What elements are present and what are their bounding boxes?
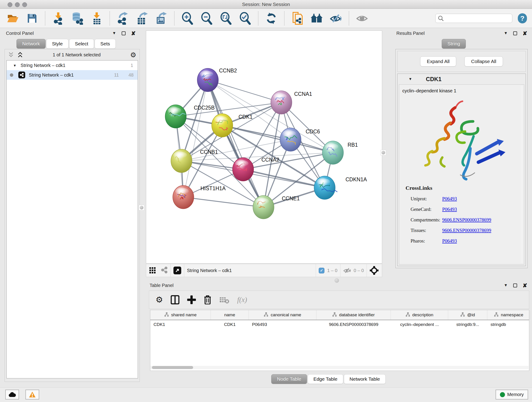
control-panel-float-icon[interactable]	[122, 32, 126, 35]
first-neighbors-home-icon[interactable]	[309, 11, 324, 26]
column-header-name[interactable]: name	[211, 310, 249, 320]
crosslink-link[interactable]: 9606.ENSP00000378699	[442, 217, 491, 223]
function-builder-icon[interactable]: f(x)	[237, 296, 247, 304]
network-node-CCNA1[interactable]	[271, 91, 292, 114]
network-node-CCNB1[interactable]	[171, 149, 192, 172]
zoom-out-icon[interactable]	[199, 11, 214, 26]
table-cell[interactable]: CDK1	[150, 322, 211, 327]
results-panel-float-icon[interactable]	[513, 32, 517, 35]
network-edge-CCNB2-CCNA1[interactable]	[208, 80, 281, 102]
network-edge-CCNA1-CDC25B[interactable]	[176, 102, 281, 116]
expand-all-chevron-icon[interactable]	[17, 52, 23, 58]
table-cell[interactable]: stringdb	[487, 322, 530, 327]
export-table-icon[interactable]	[135, 11, 149, 26]
memory-button[interactable]: Memory	[496, 390, 528, 400]
save-session-icon[interactable]	[25, 11, 39, 26]
window-minimize-icon[interactable]	[15, 2, 20, 7]
import-table-file-icon[interactable]	[89, 11, 104, 26]
hide-selected-eye-slash-icon[interactable]	[329, 11, 343, 26]
add-column-plus-icon[interactable]	[187, 295, 196, 304]
table-row[interactable]: CDK1CDK1P064939606.ENSP00000378699cyclin…	[150, 320, 529, 329]
refresh-icon[interactable]	[264, 11, 279, 26]
tab-edge-table[interactable]: Edge Table	[308, 374, 343, 384]
import-network-file-icon[interactable]	[51, 11, 65, 26]
column-header-canonical-name[interactable]: canonical name	[249, 310, 317, 320]
expand-all-button[interactable]: Expand All	[420, 56, 456, 66]
network-row-selected[interactable]: String Network – cdk1 11 48	[7, 70, 138, 80]
column-header-@id[interactable]: @id	[448, 310, 487, 320]
zoom-in-icon[interactable]	[180, 11, 195, 26]
window-zoom-icon[interactable]	[22, 2, 27, 7]
network-node-CDK1[interactable]	[212, 114, 233, 137]
collection-expand-icon[interactable]: ▼	[13, 64, 17, 67]
tab-select[interactable]: Select	[69, 39, 94, 49]
table-panel-close-icon[interactable]: ✘	[523, 283, 527, 287]
table-cell[interactable]: P06493	[249, 322, 317, 327]
tab-network-table[interactable]: Network Table	[344, 374, 386, 384]
clone-network-icon[interactable]	[290, 11, 305, 26]
show-columns-icon[interactable]	[171, 295, 179, 304]
column-header-namespace[interactable]: namespace	[487, 310, 530, 320]
open-file-icon[interactable]	[6, 11, 20, 26]
tab-sets[interactable]: Sets	[95, 39, 116, 49]
birds-eye-view-icon[interactable]	[173, 267, 181, 274]
network-collection-row[interactable]: ▼ String Network – cdk1 1	[7, 61, 138, 70]
network-node-CCNB2[interactable]	[197, 68, 218, 92]
table-cell[interactable]: 9606.ENSP00000378699	[317, 322, 391, 327]
table-panel-menu-icon[interactable]: ▼	[504, 283, 508, 288]
results-panel-close-icon[interactable]: ✘	[523, 32, 527, 35]
scrollbar-thumb[interactable]	[152, 366, 193, 369]
collapse-all-chevron-icon[interactable]	[8, 52, 14, 58]
gene-collapse-icon[interactable]: ▼	[409, 77, 412, 81]
warning-status-button[interactable]	[25, 390, 39, 400]
tab-style[interactable]: Style	[46, 39, 69, 49]
table-cell[interactable]: cyclin–dependent ...	[391, 322, 448, 327]
import-network-database-icon[interactable]	[70, 11, 85, 26]
table-settings-gear-icon[interactable]: ⚙	[156, 295, 163, 305]
collapse-all-button[interactable]: Collapse All	[464, 56, 503, 66]
export-network-icon[interactable]	[115, 11, 130, 26]
crosslink-link[interactable]: 9606.ENSP00000378699	[442, 228, 491, 233]
zoom-selected-icon[interactable]	[238, 11, 253, 26]
delete-column-trash-icon[interactable]	[204, 295, 211, 304]
tab-node-table[interactable]: Node Table	[271, 374, 307, 384]
network-options-gear-icon[interactable]: ⚙	[130, 51, 136, 59]
network-node-RB1[interactable]	[322, 141, 343, 164]
export-image-icon[interactable]	[154, 11, 169, 26]
tab-network[interactable]: Network	[17, 39, 46, 49]
control-panel-menu-icon[interactable]: ▼	[112, 31, 116, 36]
table-horizontal-scrollbar[interactable]	[151, 366, 529, 369]
column-header-database-identifier[interactable]: database identifier	[317, 310, 391, 320]
results-scrollbar-track[interactable]	[520, 86, 523, 263]
search-input[interactable]	[444, 16, 508, 21]
network-edge-CCNA2-CDKN1A[interactable]	[243, 169, 325, 188]
network-node-CCNE1[interactable]	[253, 196, 274, 219]
network-node-HIST1H1A[interactable]	[173, 185, 194, 209]
zoom-fit-icon[interactable]	[219, 11, 233, 26]
control-panel-close-icon[interactable]: ✘	[131, 32, 136, 35]
hidden-items-eye-slash-icon[interactable]	[343, 267, 351, 274]
gene-section-header[interactable]: ▼ CDK1	[398, 74, 526, 84]
network-edge-HIST1H1A-CCNE1[interactable]	[183, 197, 264, 207]
network-canvas[interactable]: CCNB2CCNA1CDC25BCDK1CDC6RB1CCNB1CCNA2CDK…	[146, 31, 382, 264]
table-cell[interactable]: CDK1	[211, 322, 249, 327]
delete-table-icon[interactable]	[219, 296, 229, 304]
help-icon[interactable]: ?	[518, 13, 527, 23]
crosslink-link[interactable]: P06493	[442, 238, 457, 244]
left-splitter-handle[interactable]	[139, 205, 144, 211]
column-header-shared-name[interactable]: shared name	[150, 310, 211, 320]
pan-crosshair-icon[interactable]	[370, 266, 379, 275]
cloud-status-button[interactable]	[5, 390, 19, 400]
table-panel-float-icon[interactable]	[513, 283, 517, 287]
right-splitter-handle[interactable]	[380, 150, 386, 155]
network-node-CCNA2[interactable]	[233, 158, 254, 181]
network-node-CDC25B[interactable]	[165, 105, 186, 128]
window-close-icon[interactable]	[7, 2, 12, 7]
level-of-detail-eye-icon[interactable]	[355, 11, 369, 26]
table-cell[interactable]: stringdb:9...	[448, 322, 487, 327]
network-share-icon[interactable]	[161, 267, 168, 274]
selected-items-checkbox[interactable]: ✓	[319, 268, 324, 274]
crosslink-link[interactable]: P06493	[442, 206, 457, 212]
results-panel-menu-icon[interactable]: ▼	[504, 31, 508, 36]
grid-view-icon[interactable]	[149, 266, 156, 275]
